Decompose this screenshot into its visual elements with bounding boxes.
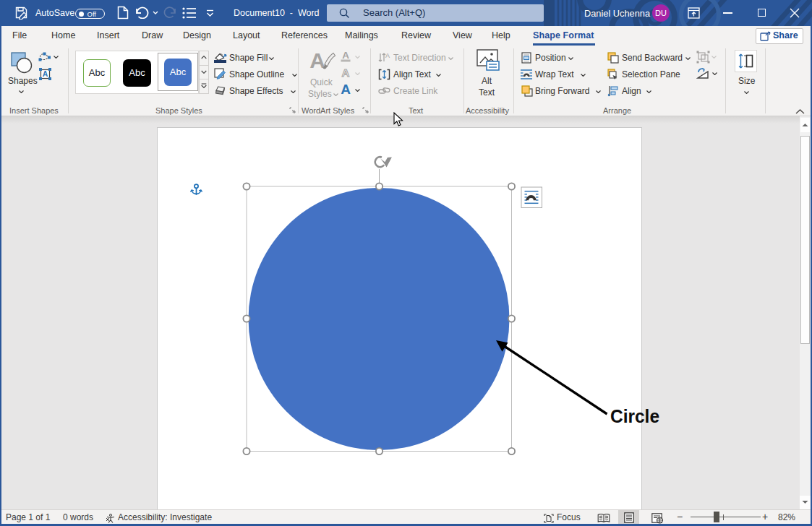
svg-text:A: A <box>309 48 325 72</box>
svg-text:Circle: Circle <box>610 405 659 427</box>
svg-text:A: A <box>342 50 349 61</box>
svg-text:A: A <box>385 52 390 59</box>
svg-text:A: A <box>342 66 350 79</box>
svg-text:A: A <box>43 69 48 78</box>
svg-text:A: A <box>341 82 351 97</box>
